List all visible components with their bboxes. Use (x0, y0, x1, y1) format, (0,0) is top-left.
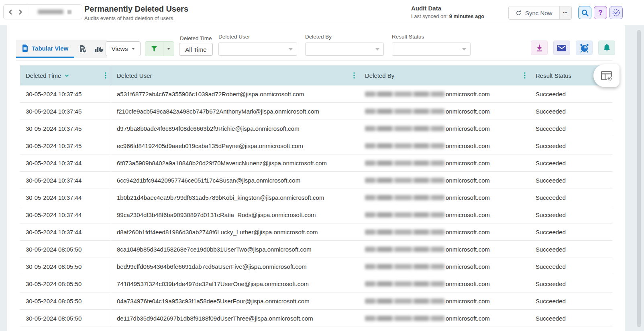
cell-deleted-time: 30-05-2024 10:37:44 (20, 172, 111, 189)
redacted-deleted-by (365, 195, 444, 200)
tab-graphical-view[interactable] (91, 40, 107, 58)
view-tabs: Tabular View (16, 40, 107, 58)
document-icon (22, 45, 28, 52)
cell-deleted-by: onmicrosoft.com (359, 103, 530, 120)
column-menu-icon[interactable] (524, 72, 526, 79)
forward-icon[interactable] (18, 9, 22, 15)
cell-deleted-user: 1b0b21d4baec4ea9b799df631ad5789bKobi_kin… (111, 189, 359, 206)
cell-deleted-time: 30-05-2024 10:37:45 (20, 85, 111, 102)
cell-deleted-time: 30-05-2024 08:05:50 (20, 292, 111, 309)
cell-deleted-user: 6f073a5909b8402a9a18848b20d29f70MavericN… (111, 154, 359, 171)
redacted-deleted-by (365, 299, 444, 304)
redacted-deleted-by (365, 316, 444, 321)
table-gear-icon (601, 70, 613, 81)
chevron-down-icon (132, 48, 135, 50)
filter-split-button (145, 41, 174, 56)
table-row: 30-05-2024 08:05:50 04a734976fe04c19a953… (20, 292, 612, 310)
chevron-down-icon (375, 48, 379, 51)
vertical-scrollbar[interactable] (637, 30, 641, 327)
sync-button-group: Sync Now ••• (508, 6, 572, 20)
redacted-deleted-by (365, 143, 444, 148)
cell-deleted-by: onmicrosoft.com (359, 206, 530, 223)
tab-tabular-view[interactable]: Tabular View (16, 40, 74, 58)
filter-funnel-icon (151, 46, 157, 52)
cell-result-status: Succeeded (530, 241, 612, 258)
column-header-deleted-by[interactable]: Deleted By (359, 65, 530, 85)
cell-deleted-by: onmicrosoft.com (359, 258, 530, 275)
table-row: 30-05-2024 10:37:45 f210cfe9acb549ca842a… (20, 103, 612, 120)
cell-result-status: Succeeded (530, 206, 612, 223)
content-panel: Tabular View Views Deleted Time All Time… (7, 25, 625, 331)
sort-desc-icon (65, 74, 69, 77)
cell-deleted-time: 30-05-2024 08:05:50 (20, 258, 111, 275)
column-header-deleted-time[interactable]: Deleted Time (20, 65, 111, 85)
schedule-report-button[interactable] (576, 41, 593, 55)
mail-icon (557, 44, 567, 52)
cell-result-status: Succeeded (530, 103, 612, 120)
audit-table: Deleted Time Deleted User Deleted By (20, 65, 612, 327)
notification-bell-button[interactable] (598, 41, 615, 55)
cell-deleted-user: d979ba8b0ade4f6c894f08dc6663b2f9Richie@j… (111, 120, 359, 137)
column-menu-icon[interactable] (353, 72, 355, 79)
cell-deleted-by: onmicrosoft.com (359, 189, 530, 206)
page-title: Permanently Deleted Users (84, 4, 188, 14)
export-report-icon (79, 45, 87, 53)
cell-deleted-user: bed99cffd0654364b6fe6691dab7cd6aUserFive… (111, 258, 359, 275)
email-report-button[interactable] (553, 41, 570, 55)
views-label: Views (111, 45, 128, 53)
result-status-filter-select[interactable] (392, 43, 471, 56)
sync-now-button[interactable]: Sync Now (509, 6, 559, 19)
table-row: 30-05-2024 10:37:44 d8af260b1fdf4eed8198… (20, 223, 612, 241)
redacted-deleted-by (365, 109, 444, 114)
cell-deleted-time: 30-05-2024 10:37:44 (20, 189, 111, 206)
redacted-deleted-by (365, 247, 444, 252)
more-options-button[interactable]: ••• (559, 6, 571, 19)
deleted-time-filter-value[interactable]: All Time (179, 43, 213, 56)
search-button[interactable] (578, 6, 591, 19)
column-chooser-button[interactable] (593, 64, 620, 87)
cell-deleted-user: ec966fd84192405d9aaeb019caba135dPayne@ji… (111, 137, 359, 154)
table-row: 30-05-2024 10:37:45 ec966fd84192405d9aae… (20, 137, 612, 154)
views-dropdown-button[interactable]: Views (106, 41, 141, 56)
redacted-deleted-by (365, 229, 444, 235)
top-header-bar: Permanently Deleted Users Audits events … (0, 0, 644, 25)
deleted-by-filter-select[interactable] (305, 43, 384, 56)
chevron-down-icon (289, 48, 293, 51)
table-body: 30-05-2024 10:37:45 a531f68772ab4c67a355… (20, 85, 612, 327)
cell-result-status: Succeeded (530, 172, 612, 189)
filter-button[interactable] (145, 42, 163, 56)
column-header-deleted-user[interactable]: Deleted User (111, 65, 359, 85)
scheduled-tasks-button[interactable] (609, 6, 623, 19)
cell-result-status: Succeeded (530, 154, 612, 171)
filter-options-button[interactable] (163, 42, 174, 56)
tab-export-report[interactable] (74, 40, 91, 58)
cell-deleted-time: 30-05-2024 10:37:44 (20, 223, 111, 240)
cell-deleted-user: 6cc942d1bfc94420957746ce051f17c4Susan@ji… (111, 172, 359, 189)
cell-deleted-time: 30-05-2024 08:05:50 (20, 275, 111, 292)
tenant-selector[interactable] (27, 5, 82, 19)
help-button[interactable]: ? (594, 6, 607, 19)
deleted-user-filter-label: Deleted User (218, 34, 250, 40)
cell-result-status: Succeeded (530, 189, 612, 206)
table-row: 30-05-2024 08:05:50 de117db35d9d402697b1… (20, 310, 612, 327)
cell-deleted-by: onmicrosoft.com (359, 292, 530, 309)
cell-deleted-by: onmicrosoft.com (359, 310, 530, 327)
cell-deleted-by: onmicrosoft.com (359, 275, 530, 292)
chart-pie-icon (95, 45, 104, 53)
table-row: 30-05-2024 10:37:44 1b0b21d4baec4ea9b799… (20, 189, 612, 206)
search-icon (581, 9, 589, 17)
deleted-user-filter-select[interactable] (218, 43, 297, 56)
cell-result-status: Succeeded (530, 275, 612, 292)
cell-deleted-time: 30-05-2024 10:37:44 (20, 206, 111, 223)
cell-deleted-time: 30-05-2024 08:05:50 (20, 241, 111, 258)
bell-icon (602, 43, 611, 53)
cell-result-status: Succeeded (530, 310, 612, 327)
export-download-button[interactable] (531, 41, 548, 55)
back-icon[interactable] (8, 9, 12, 15)
cell-deleted-by: onmicrosoft.com (359, 241, 530, 258)
table-row: 30-05-2024 10:37:44 6cc942d1bfc944209577… (20, 172, 612, 189)
cell-result-status: Succeeded (530, 223, 612, 240)
column-menu-icon[interactable] (105, 72, 106, 79)
cell-deleted-user: 04a734976fe04c19a953c93f1a58dee5UserFour… (111, 292, 359, 309)
cell-result-status: Succeeded (530, 258, 612, 275)
